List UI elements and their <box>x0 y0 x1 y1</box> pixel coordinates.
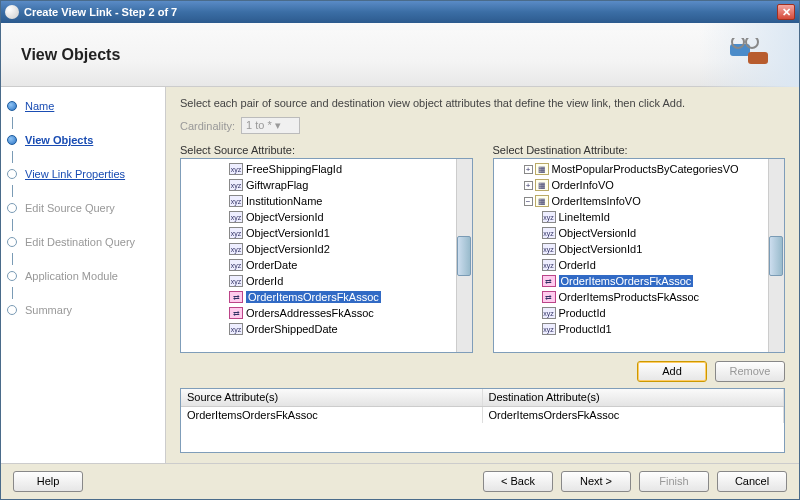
nav-step-view-link-properties[interactable]: View Link Properties <box>7 163 159 185</box>
nav-label: Application Module <box>25 270 118 282</box>
tree-node[interactable]: ObjectVersionId1 <box>494 241 785 257</box>
tree-node-label: OrderId <box>246 275 283 287</box>
tree-node-label: ProductId <box>559 307 606 319</box>
cardinality-select[interactable]: 1 to * ▾ <box>241 117 300 134</box>
tree-node[interactable]: +MostPopularProductsByCategoriesVO <box>494 161 785 177</box>
xyz-icon <box>542 259 556 271</box>
tree-node-label: ObjectVersionId1 <box>559 243 643 255</box>
chevron-down-icon: ▾ <box>275 119 281 131</box>
tree-node[interactable]: ProductId <box>494 305 785 321</box>
assoc-icon <box>542 291 556 303</box>
tree-node[interactable]: ObjectVersionId <box>494 225 785 241</box>
instruction-text: Select each pair of source and destinati… <box>180 97 785 109</box>
dest-tree[interactable]: +MostPopularProductsByCategoriesVO+Order… <box>493 158 786 353</box>
tree-node[interactable]: OrderId <box>494 257 785 273</box>
tree-node[interactable]: ObjectVersionId2 <box>181 241 472 257</box>
nav-label: View Link Properties <box>25 168 125 180</box>
source-column: Select Source Attribute: FreeShippingFla… <box>180 144 473 353</box>
expand-icon[interactable]: + <box>524 165 533 174</box>
tree-node[interactable]: OrdersAddressesFkAssoc <box>181 305 472 321</box>
wizard-header: View Objects <box>1 23 799 87</box>
step-dot-icon <box>7 305 17 315</box>
tree-node-label: ObjectVersionId2 <box>246 243 330 255</box>
tree-node-label: ObjectVersionId <box>246 211 324 223</box>
tree-node[interactable]: LineItemId <box>494 209 785 225</box>
scroll-thumb[interactable] <box>457 236 471 276</box>
step-dot-icon <box>7 271 17 281</box>
tree-node[interactable]: GiftwrapFlag <box>181 177 472 193</box>
mapping-header: Source Attribute(s) Destination Attribut… <box>181 389 784 407</box>
tree-node[interactable]: −OrderItemsInfoVO <box>494 193 785 209</box>
tree-node-label: OrderInfoVO <box>552 179 614 191</box>
mapping-body: OrderItemsOrdersFkAssocOrderItemsOrdersF… <box>181 407 784 423</box>
close-button[interactable]: ✕ <box>777 4 795 20</box>
finish-button: Finish <box>639 471 709 492</box>
nav-step-name[interactable]: Name <box>7 95 159 117</box>
xyz-icon <box>229 227 243 239</box>
tree-node-label: OrderItemsOrdersFkAssoc <box>559 275 694 287</box>
tree-node[interactable]: InstitutionName <box>181 193 472 209</box>
window-title: Create View Link - Step 2 of 7 <box>24 6 777 18</box>
xyz-icon <box>229 275 243 287</box>
tree-button-row: Add Remove <box>180 361 785 382</box>
tree-node[interactable]: OrderDate <box>181 257 472 273</box>
close-icon: ✕ <box>782 6 791 19</box>
cancel-button[interactable]: Cancel <box>717 471 787 492</box>
xyz-icon <box>229 195 243 207</box>
help-button[interactable]: Help <box>13 471 83 492</box>
expand-icon[interactable]: + <box>524 181 533 190</box>
tree-node[interactable]: +OrderInfoVO <box>494 177 785 193</box>
tree-node[interactable]: ProductId1 <box>494 321 785 337</box>
tree-node-label: LineItemId <box>559 211 610 223</box>
source-tree[interactable]: FreeShippingFlagIdGiftwrapFlagInstitutio… <box>180 158 473 353</box>
cardinality-row: Cardinality: 1 to * ▾ <box>180 117 785 134</box>
nav-label: Edit Destination Query <box>25 236 135 248</box>
nav-label: View Objects <box>25 134 93 146</box>
tree-node-label: OrderItemsInfoVO <box>552 195 641 207</box>
tree-node-label: InstitutionName <box>246 195 322 207</box>
tree-node[interactable]: ObjectVersionId1 <box>181 225 472 241</box>
main-panel: Select each pair of source and destinati… <box>166 87 799 463</box>
tree-node[interactable]: OrderId <box>181 273 472 289</box>
scroll-thumb[interactable] <box>769 236 783 276</box>
nav-label: Summary <box>25 304 72 316</box>
content-area: NameView ObjectsView Link PropertiesEdit… <box>1 87 799 463</box>
back-button[interactable]: < Back <box>483 471 553 492</box>
dest-column: Select Destination Attribute: +MostPopul… <box>493 144 786 353</box>
tree-node[interactable]: OrderItemsProductsFkAssoc <box>494 289 785 305</box>
nav-step-edit-destination-query: Edit Destination Query <box>7 231 159 253</box>
mapping-row[interactable]: OrderItemsOrdersFkAssocOrderItemsOrdersF… <box>181 407 784 423</box>
tree-node-label: FreeShippingFlagId <box>246 163 342 175</box>
tree-node-label: OrderItemsOrdersFkAssoc <box>246 291 381 303</box>
scrollbar[interactable] <box>456 159 472 352</box>
tree-node-label: MostPopularProductsByCategoriesVO <box>552 163 739 175</box>
tree-node-label: OrderShippedDate <box>246 323 338 335</box>
xyz-icon <box>229 259 243 271</box>
next-button[interactable]: Next > <box>561 471 631 492</box>
assoc-icon <box>542 275 556 287</box>
tree-node[interactable]: FreeShippingFlagId <box>181 161 472 177</box>
page-title: View Objects <box>21 46 120 64</box>
nav-step-summary: Summary <box>7 299 159 321</box>
scrollbar[interactable] <box>768 159 784 352</box>
tree-node[interactable]: OrderShippedDate <box>181 321 472 337</box>
tree-node[interactable]: OrderItemsOrdersFkAssoc <box>494 273 785 289</box>
cardinality-value: 1 to * <box>246 119 272 131</box>
vo-icon <box>535 163 549 175</box>
expand-icon[interactable]: − <box>524 197 533 206</box>
tree-node-label: ObjectVersionId1 <box>246 227 330 239</box>
vo-icon <box>535 195 549 207</box>
wizard-nav: NameView ObjectsView Link PropertiesEdit… <box>1 87 166 463</box>
add-button[interactable]: Add <box>637 361 707 382</box>
step-dot-icon <box>7 169 17 179</box>
xyz-icon <box>542 243 556 255</box>
tree-node[interactable]: ObjectVersionId <box>181 209 472 225</box>
nav-step-view-objects[interactable]: View Objects <box>7 129 159 151</box>
svg-point-3 <box>746 38 758 48</box>
step-dot-icon <box>7 237 17 247</box>
tree-node[interactable]: OrderItemsOrdersFkAssoc <box>181 289 472 305</box>
nav-step-edit-source-query: Edit Source Query <box>7 197 159 219</box>
tree-node-label: OrderId <box>559 259 596 271</box>
xyz-icon <box>229 163 243 175</box>
dest-label: Select Destination Attribute: <box>493 144 786 156</box>
